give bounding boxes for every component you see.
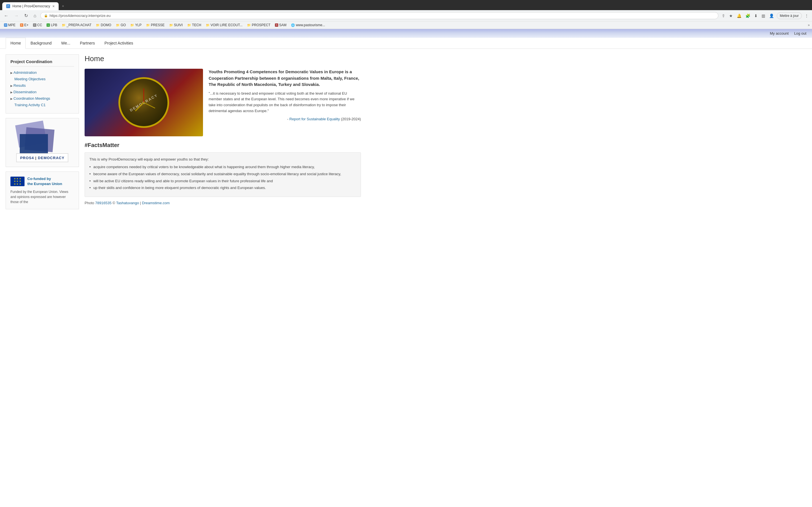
bookmark-prospect-label: PROSPECT: [252, 23, 270, 27]
main-content: Home DEMOCRACY: [85, 54, 361, 209]
bookmark-suivi-icon: 📁: [169, 23, 173, 27]
update-button[interactable]: Mettre à jour: [777, 12, 802, 19]
bookmark-cc-label: CC: [37, 23, 42, 27]
new-tab-button[interactable]: +: [59, 3, 67, 9]
bookmark-mpe-icon: M: [4, 23, 7, 27]
bookmark-voir-icon: 📁: [206, 23, 210, 27]
eu-funded-text: Co-funded by the European Union: [28, 176, 62, 186]
bookmark-sam-label: SAM: [279, 23, 287, 27]
bookmark-sam-icon: S: [275, 23, 278, 27]
bookmark-cc-icon: C: [33, 23, 36, 27]
photo-number-link[interactable]: 78916535: [95, 201, 112, 205]
reload-button[interactable]: ↻: [22, 12, 30, 19]
logo-text: PROS4 | DEMOCRACY: [20, 156, 64, 160]
sidebar-link-coordination-meetings[interactable]: Coordination Meetings: [10, 96, 74, 101]
bookmark-presse-icon: 📁: [146, 23, 150, 27]
bookmark-prospect-icon: 📁: [247, 23, 251, 27]
report-link[interactable]: Report for Sustainable Equality: [289, 117, 340, 121]
hero-text: Youths Promoting 4 Competences for Democ…: [209, 69, 361, 136]
tab-title: Home | Pros4Democracy: [12, 4, 50, 8]
eu-flag-stars: ★ ★ ★★ ★ ★★ ★ ★: [14, 177, 21, 186]
bookmark-cc[interactable]: C CC: [31, 22, 44, 27]
bookmark-ylp[interactable]: 📁 YLP: [129, 22, 143, 27]
browser-tabs: P Home | Pros4Democracy × +: [2, 2, 810, 10]
hero-quote: "...it is necessary to breed and empower…: [209, 91, 361, 114]
close-tab-button[interactable]: ×: [52, 4, 55, 8]
bookmark-lpb-icon: L: [47, 23, 50, 27]
sidebar-link-training-activity[interactable]: Training Activity C1: [10, 102, 74, 108]
back-button[interactable]: ←: [2, 12, 10, 19]
nav-home[interactable]: Home: [6, 38, 26, 49]
bookmark-ylp-icon: 📁: [130, 23, 134, 27]
bookmark-sam[interactable]: S SAM: [273, 22, 288, 27]
bookmark-suivi[interactable]: 📁 SUIVI: [167, 22, 185, 27]
sidebar-link-results[interactable]: Results: [10, 83, 74, 88]
bookmark-voir-label: VOIR LIRE ECOUT...: [211, 23, 243, 27]
sidebar-eu-box: ★ ★ ★★ ★ ★★ ★ ★ Co-funded by the Europea…: [6, 172, 79, 209]
address-bar[interactable]: 🔒 https://pros4democracy.internprize.eu: [40, 12, 718, 19]
bookmark-presse-label: PRESSE: [151, 23, 165, 27]
log-out-link[interactable]: Log out: [794, 31, 806, 36]
bookmark-domo-label: DOMO: [101, 23, 111, 27]
sidebar-link-administration[interactable]: Administration: [10, 70, 74, 75]
bookmark-prepa-icon: 📁: [62, 23, 66, 27]
bookmark-suivi-label: SUIVI: [174, 23, 183, 27]
bookmark-prepa-label: _PREPA ACHAT: [66, 23, 91, 27]
bookmark-go-icon: 📁: [116, 23, 120, 27]
sidebar: Project Coordination Administration Meet…: [6, 54, 79, 209]
hero-report: - Report for Sustainable Equality (2019-…: [209, 117, 361, 121]
bookmark-prepa[interactable]: 📁 _PREPA ACHAT: [60, 22, 93, 27]
page-title: Home: [85, 54, 361, 63]
extensions-button[interactable]: 🧩: [744, 12, 751, 19]
photo-author-link[interactable]: Tashatuvango: [116, 201, 139, 205]
bookmark-pastourisme[interactable]: 🌐 www.pastourisme...: [289, 22, 327, 27]
bookmark-tech[interactable]: 📁 TECH: [186, 22, 203, 27]
browser-toolbar: ← → ↻ ⌂ 🔒 https://pros4democracy.internp…: [0, 10, 812, 21]
forward-button[interactable]: →: [12, 12, 20, 19]
bookmark-lpb[interactable]: L LPB: [45, 22, 59, 27]
bookmark-mpe-label: MPE: [8, 23, 15, 27]
sidebar-button[interactable]: ▥: [760, 12, 766, 19]
sidebar-coordination-title: Project Coordination: [10, 59, 74, 66]
hashtag: #FactsMatter: [85, 142, 361, 149]
bookmark-go[interactable]: 📁 GO: [114, 22, 128, 27]
logo-graphic: PROS4 | DEMOCRACY: [11, 123, 73, 162]
active-tab[interactable]: P Home | Pros4Democracy ×: [2, 2, 59, 10]
my-account-link[interactable]: My account: [770, 31, 789, 36]
photo-credit: Photo 78916535 © Tashatuvango | Dreamsti…: [85, 201, 361, 205]
website-nav: Home Background We... Partners Project A…: [0, 38, 812, 49]
download-button[interactable]: ⬇: [753, 12, 759, 19]
home-button[interactable]: ⌂: [32, 12, 38, 19]
bookmark-button[interactable]: ★: [728, 12, 734, 19]
list-item: acquire competences needed by critical v…: [89, 164, 356, 170]
share-button[interactable]: ⇧: [721, 12, 726, 19]
svg-line-2: [135, 103, 144, 111]
nav-partners[interactable]: Partners: [75, 38, 100, 48]
svg-line-1: [144, 103, 155, 108]
nav-project-activities[interactable]: Project Activities: [100, 38, 138, 48]
bookmark-mpe[interactable]: M MPE: [2, 22, 17, 27]
bookmark-voir[interactable]: 📁 VOIR LIRE ECOUT...: [204, 22, 244, 27]
tab-favicon: P: [6, 4, 10, 8]
browser-chrome: P Home | Pros4Democracy × +: [0, 0, 812, 10]
profile-button[interactable]: 👤: [768, 12, 775, 19]
sidebar-link-meeting-objectives[interactable]: Meeting Objectives: [10, 76, 74, 82]
menu-button[interactable]: ⋮: [804, 12, 810, 19]
eu-header: ★ ★ ★★ ★ ★★ ★ ★ Co-funded by the Europea…: [10, 176, 74, 186]
bookmark-domo-icon: 📁: [96, 23, 100, 27]
sidebar-link-dissemination[interactable]: Dissemination: [10, 89, 74, 95]
bookmark-domo[interactable]: 📁 DOMO: [94, 22, 113, 27]
bookmark-eplus[interactable]: E E+: [18, 22, 30, 27]
bookmark-prospect[interactable]: 📁 PROSPECT: [245, 22, 272, 27]
browser-actions: ⇧ ★ 🔔 🧩 ⬇ ▥ 👤 Mettre à jour ⋮: [721, 12, 810, 19]
website-header: My account Log out: [0, 29, 812, 38]
hero-image: DEMOCRACY: [85, 69, 203, 136]
nav-background[interactable]: Background: [26, 38, 56, 48]
clock-hands-svg: [118, 77, 169, 128]
sidebar-coordination-box: Project Coordination Administration Meet…: [6, 54, 79, 114]
notifications-button[interactable]: 🔔: [735, 12, 743, 19]
sidebar-logo-box: PROS4 | DEMOCRACY: [6, 118, 79, 167]
bookmark-presse[interactable]: 📁 PRESSE: [144, 22, 166, 27]
photo-site-link[interactable]: Dreamstime.com: [142, 201, 170, 205]
nav-we[interactable]: We...: [56, 38, 75, 48]
